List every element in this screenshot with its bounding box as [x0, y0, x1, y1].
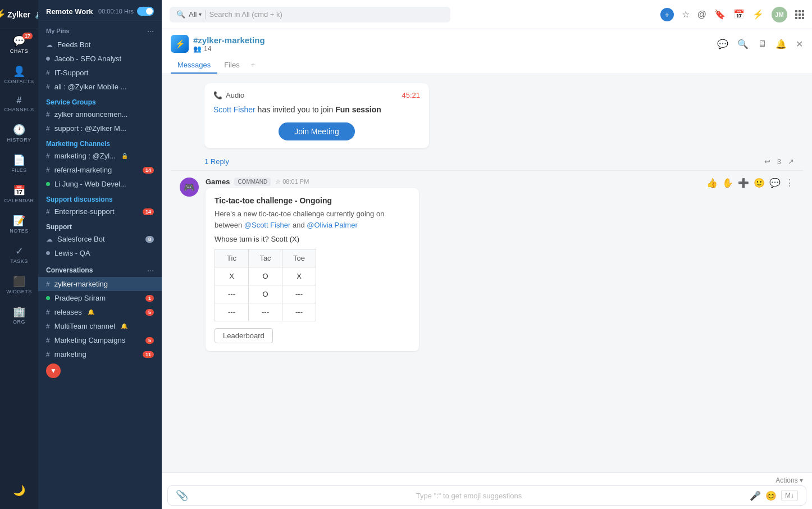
- hash-icon: #: [46, 83, 50, 91]
- emoji-picker-icon[interactable]: 😊: [765, 490, 777, 501]
- tab-files[interactable]: Files: [217, 57, 246, 74]
- conversation-multiteam[interactable]: # MultiTeam channel 🔔: [38, 319, 162, 333]
- col-tac: Tac: [249, 249, 282, 267]
- at-mention-icon[interactable]: @: [697, 10, 706, 20]
- pin-it-support[interactable]: # IT-Support: [38, 66, 162, 80]
- marketing-channel-2[interactable]: # referral-marketing 14: [38, 163, 162, 177]
- session-name: Fun session: [335, 105, 381, 114]
- tab-add[interactable]: +: [247, 57, 260, 74]
- cell-r2c3[interactable]: ---: [282, 285, 316, 303]
- my-pins-menu-icon[interactable]: ···: [147, 26, 154, 35]
- sidebar-item-chats[interactable]: 17 💬 CHATS: [0, 29, 38, 60]
- search-channel-icon[interactable]: 🔍: [737, 39, 749, 49]
- marketing-channel-1[interactable]: # marketing : @Zyl... 🔒: [38, 149, 162, 163]
- comment-reaction[interactable]: 💬: [769, 178, 781, 188]
- markdown-button[interactable]: M↓: [781, 490, 798, 501]
- calendar-label: CALENDAR: [4, 198, 34, 203]
- marketing-badge: 11: [143, 351, 154, 358]
- more-options-icon[interactable]: ⋮: [785, 178, 794, 188]
- marketing-channel-1-label: marketing : @Zyl...: [54, 152, 116, 160]
- theme-toggle[interactable]: 🌙: [0, 479, 38, 502]
- screen-share-icon[interactable]: 🖥: [758, 39, 767, 49]
- conv-multiteam-label: MultiTeam channel: [54, 322, 115, 330]
- tab-messages[interactable]: Messages: [171, 57, 217, 74]
- bookmark-icon[interactable]: 🔖: [714, 9, 726, 20]
- invite-text-mid: has invited you to join: [258, 105, 336, 114]
- channel-name[interactable]: #zylker-marketing: [193, 35, 265, 45]
- add-button[interactable]: +: [660, 8, 674, 21]
- join-meeting-button[interactable]: Join Meeting: [279, 122, 354, 140]
- smiley-reaction[interactable]: 🙂: [754, 178, 765, 188]
- cell-r1c1[interactable]: X: [215, 267, 249, 285]
- calendar-icon: 📅: [13, 184, 25, 197]
- enterprise-support[interactable]: # Enterprise-support 14: [38, 204, 162, 219]
- salesforce-bot[interactable]: ☁ Salesforce Bot 8: [38, 232, 162, 246]
- reply-bar[interactable]: 1 Reply ↩ 3 ↗: [171, 153, 803, 171]
- grid-menu-icon[interactable]: [795, 10, 804, 19]
- conversations-menu-icon[interactable]: ···: [147, 266, 154, 275]
- games-content: Games COMMAND ☆ 08:01 PM Tic-tac-toe cha…: [206, 178, 794, 351]
- conversation-marketing-campaigns[interactable]: # Marketing Campaigns 5: [38, 333, 162, 347]
- search-input[interactable]: Search in All (cmd + k): [209, 10, 444, 19]
- cell-r3c1[interactable]: ---: [215, 303, 249, 321]
- lewis-qa[interactable]: Lewis - QA: [38, 246, 162, 260]
- cell-r2c1[interactable]: ---: [215, 285, 249, 303]
- conversation-releases[interactable]: # releases 🔔 5: [38, 305, 162, 319]
- actions-button[interactable]: Actions ▾: [775, 476, 803, 484]
- timer-toggle[interactable]: [137, 7, 154, 16]
- reply-icon[interactable]: ↩: [764, 157, 770, 166]
- service-group-1[interactable]: # zylker announcemen...: [38, 107, 162, 121]
- cell-r2c2[interactable]: O: [249, 285, 282, 303]
- player2-mention[interactable]: @Olivia Palmer: [307, 221, 358, 229]
- sidebar-item-contacts[interactable]: 👤 CONTACTS: [0, 60, 38, 90]
- scroll-down-button[interactable]: ▼: [46, 363, 61, 378]
- microphone-icon[interactable]: 🎤: [750, 490, 761, 501]
- add-reaction[interactable]: ➕: [738, 178, 749, 188]
- conversation-marketing[interactable]: # marketing 11: [38, 347, 162, 361]
- cell-r3c2[interactable]: ---: [249, 303, 282, 321]
- close-icon[interactable]: ✕: [796, 39, 803, 49]
- service-group-2[interactable]: # support : @Zylker M...: [38, 121, 162, 135]
- conversation-zylker-marketing[interactable]: # zylker-marketing: [38, 277, 162, 291]
- pin-feeds-bot[interactable]: ☁ Feeds Bot: [38, 38, 162, 52]
- channel-logo-icon: ⚡: [175, 39, 185, 48]
- sidebar-item-channels[interactable]: # CHANNELS: [0, 90, 38, 118]
- cell-r1c3[interactable]: X: [282, 267, 316, 285]
- thumbs-up-reaction[interactable]: 👍: [706, 178, 718, 188]
- sidebar-item-calendar[interactable]: 📅 CALENDAR: [0, 179, 38, 209]
- player1-mention[interactable]: @Scott Fisher: [244, 221, 291, 229]
- sidebar-item-files[interactable]: 📄 FILES: [0, 148, 38, 179]
- star-icon[interactable]: ☆: [682, 9, 690, 20]
- bell-icon[interactable]: 🔔: [775, 39, 787, 49]
- audio-message-card: 📞 Audio 45:21 Scott Fisher has invited y…: [204, 83, 429, 148]
- cell-r3c3[interactable]: ---: [282, 303, 316, 321]
- forward-icon[interactable]: ↗: [788, 157, 794, 166]
- command-badge: COMMAND: [234, 178, 271, 186]
- cell-r1c2[interactable]: O: [249, 267, 282, 285]
- table-row: --- O ---: [215, 285, 316, 303]
- leaderboard-button[interactable]: Leaderboard: [215, 328, 273, 343]
- sidebar-item-widgets[interactable]: ⬛ WIDGETS: [0, 270, 38, 300]
- marketing-channel-3[interactable]: Li Jung - Web Devel...: [38, 177, 162, 191]
- user-avatar[interactable]: JM: [772, 7, 787, 22]
- search-filter-button[interactable]: All ▾: [189, 10, 202, 19]
- sidebar-item-notes[interactable]: 📝 NOTES: [0, 209, 38, 239]
- releases-badge: 5: [145, 309, 154, 316]
- history-icon: 🕐: [13, 124, 25, 136]
- pin-all-zylker[interactable]: # all : @Zylker Mobile ...: [38, 80, 162, 94]
- channel-members: 👥 14: [193, 45, 265, 53]
- sidebar-item-tasks[interactable]: ✓ TASKS: [0, 239, 38, 270]
- hand-reaction[interactable]: ✋: [722, 178, 733, 188]
- chevron-down-icon: ▾: [800, 476, 803, 484]
- attach-icon[interactable]: 📎: [176, 489, 188, 502]
- calendar-header-icon[interactable]: 📅: [733, 9, 745, 20]
- pin-jacob[interactable]: Jacob - SEO Analyst: [38, 52, 162, 66]
- chats-label: CHATS: [10, 48, 28, 54]
- flash-icon[interactable]: ⚡: [752, 9, 764, 20]
- conversation-pradeep[interactable]: Pradeep Sriram 1: [38, 291, 162, 305]
- sidebar-item-org[interactable]: 🏢 ORG: [0, 300, 38, 330]
- sidebar-item-history[interactable]: 🕐 HISTORY: [0, 118, 38, 148]
- timer-area: 00:00:10 Hrs: [98, 7, 154, 16]
- sender-name[interactable]: Scott Fisher: [213, 105, 256, 114]
- message-icon[interactable]: 💬: [717, 39, 728, 49]
